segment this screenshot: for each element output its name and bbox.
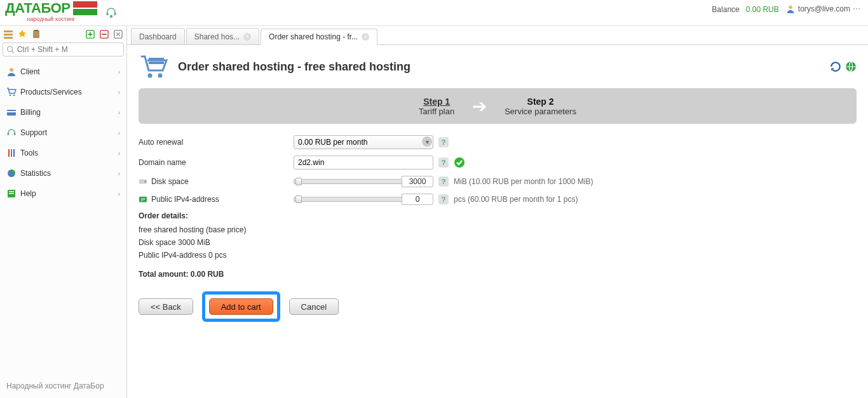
add-to-cart-button[interactable]: Add to cart: [209, 298, 273, 315]
order-line: Disk space 3000 MiB: [139, 238, 857, 247]
svg-point-34: [144, 181, 146, 183]
chevron-right-icon: [118, 89, 120, 96]
topbar: ДАТАБОР народный хостинг Balance 0.00 RU…: [0, 0, 868, 25]
chevron-right-icon: [118, 69, 120, 76]
svg-rect-18: [8, 133, 10, 135]
svg-point-12: [8, 46, 13, 51]
svg-rect-17: [7, 111, 16, 112]
sidebar-item-label: Statistics: [20, 169, 51, 178]
disk-value[interactable]: 3000: [402, 176, 433, 187]
svg-rect-16: [7, 110, 16, 116]
svg-rect-6: [4, 37, 13, 39]
order-line: Public IPv4-address 0 pcs: [139, 251, 857, 260]
svg-point-13: [10, 68, 13, 72]
arrow-right-icon: ➔: [472, 96, 487, 117]
close-icon[interactable]: ×: [243, 33, 251, 41]
sidebar-item-tools[interactable]: Tools: [3, 143, 124, 163]
add-to-cart-highlight: Add to cart: [202, 291, 280, 322]
cancel-button[interactable]: Cancel: [289, 298, 339, 315]
svg-point-3: [789, 6, 792, 9]
step-1[interactable]: Step 1 Tariff plan: [419, 96, 454, 116]
chevron-right-icon: [118, 170, 120, 177]
sidebar: Client Products/Services Billing Support: [0, 26, 127, 398]
svg-rect-5: [4, 34, 13, 36]
domain-input[interactable]: [294, 156, 433, 169]
sidebar-item-label: Help: [20, 189, 36, 198]
ipv4-value[interactable]: 0: [402, 194, 433, 205]
add-icon[interactable]: [85, 29, 96, 40]
step-label: Step 1: [419, 96, 454, 107]
search-icon: [6, 45, 15, 54]
order-details-title: Order details:: [139, 211, 857, 220]
menu-list-icon[interactable]: [3, 29, 14, 40]
balance-value: 0.00 RUB: [746, 5, 779, 14]
svg-rect-29: [149, 58, 164, 60]
svg-rect-22: [13, 149, 15, 157]
help-icon[interactable]: ?: [438, 137, 449, 147]
disk-slider[interactable]: 3000: [294, 176, 433, 187]
order-line: free shared hosting (base price): [139, 225, 857, 234]
tab-bar: Dashboard Shared hos... × Order shared h…: [127, 26, 868, 45]
sidebar-item-label: Client: [20, 67, 40, 76]
support-headset-button[interactable]: [102, 3, 120, 21]
chevron-right-icon: [118, 129, 120, 136]
svg-rect-26: [9, 193, 14, 194]
refresh-icon[interactable]: [830, 61, 841, 72]
hint-text: pcs (60.00 RUB per month for 1 pcs): [454, 195, 578, 204]
svg-point-2: [110, 15, 112, 17]
svg-rect-20: [8, 149, 10, 157]
more-icon: ⋯: [853, 4, 860, 13]
svg-rect-7: [33, 30, 39, 38]
tab-dashboard[interactable]: Dashboard: [131, 28, 185, 44]
sidebar-item-billing[interactable]: Billing: [3, 102, 124, 123]
clipboard-icon[interactable]: [31, 29, 42, 40]
sidebar-item-statistics[interactable]: Statistics: [3, 163, 124, 183]
help-icon[interactable]: ?: [438, 176, 449, 187]
help-icon[interactable]: ?: [438, 157, 449, 168]
logo-text: ДАТАБОР: [5, 1, 71, 15]
avatar-icon: [785, 4, 796, 14]
svg-rect-25: [9, 191, 14, 192]
close-icon[interactable]: ×: [362, 33, 369, 41]
svg-point-15: [13, 95, 15, 96]
tab-order-shared-hosting[interactable]: Order shared hosting - fr... ×: [261, 29, 377, 45]
page-header: Order shared hosting - free shared hosti…: [139, 51, 857, 82]
logo[interactable]: ДАТАБОР народный хостинг: [5, 1, 97, 22]
balance-display: Balance 0.00 RUB: [712, 5, 778, 14]
cart-icon: [6, 87, 17, 97]
sidebar-item-products[interactable]: Products/Services: [3, 82, 124, 102]
sidebar-item-label: Tools: [20, 149, 38, 157]
search-input[interactable]: [17, 45, 120, 54]
sidebar-item-help[interactable]: Help: [3, 183, 124, 204]
page-title: Order shared hosting - free shared hosti…: [178, 60, 410, 74]
tab-shared-hosting[interactable]: Shared hos... ×: [186, 28, 259, 44]
sidebar-item-label: Products/Services: [20, 88, 82, 96]
chevron-down-icon[interactable]: ▾: [422, 136, 432, 147]
billing-icon: [6, 107, 17, 117]
row-disk-space: Disk space 3000 ? MiB (10.00 RUB per mon…: [139, 176, 857, 187]
ipv4-slider[interactable]: 0: [294, 194, 433, 205]
disk-icon: [139, 177, 147, 186]
help-icon[interactable]: ?: [438, 194, 449, 204]
tools-icon: [6, 148, 17, 158]
user-menu[interactable]: torys@live.com ⋯: [785, 4, 860, 14]
step-sub: Tariff plan: [419, 107, 454, 116]
remove-icon[interactable]: [98, 29, 110, 40]
sidebar-item-client[interactable]: Client: [3, 62, 124, 82]
ip-icon: IP: [139, 195, 147, 204]
globe-icon[interactable]: [845, 61, 857, 72]
headset-icon: [6, 128, 17, 138]
search-input-wrap[interactable]: [3, 43, 124, 56]
row-auto-renewal: Auto renewal ▾ ?: [139, 135, 857, 149]
auto-renewal-select[interactable]: [294, 135, 433, 149]
steps-bar: Step 1 Tariff plan ➔ Step 2 Service para…: [139, 88, 857, 124]
field-label: Disk space: [151, 177, 189, 186]
svg-rect-19: [14, 133, 16, 135]
sidebar-item-label: Support: [20, 128, 47, 137]
sidebar-item-support[interactable]: Support: [3, 123, 124, 143]
star-icon[interactable]: [17, 29, 28, 40]
field-label: Public IPv4-address: [151, 195, 219, 204]
svg-text:IP: IP: [141, 197, 146, 202]
close-panel-icon[interactable]: [112, 29, 124, 40]
back-button[interactable]: << Back: [139, 298, 193, 315]
